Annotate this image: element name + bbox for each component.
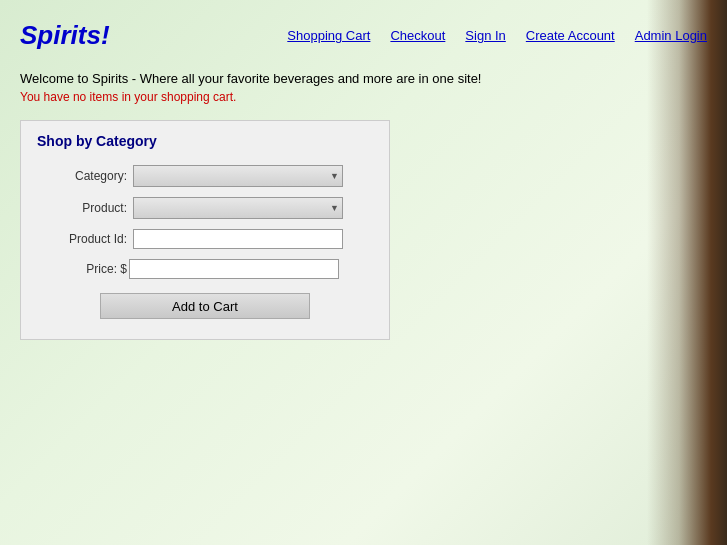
shopping-cart-link[interactable]: Shopping Cart — [287, 28, 370, 43]
admin-login-link[interactable]: Admin Login — [635, 28, 707, 43]
category-row: Category: — [37, 165, 373, 187]
nav-bar: Shopping Cart Checkout Sign In Create Ac… — [287, 28, 707, 43]
cart-status: You have no items in your shopping cart. — [20, 90, 707, 104]
price-label: Price: $ — [37, 262, 127, 276]
shop-by-category-box: Shop by Category Category: Product: Prod… — [20, 120, 390, 340]
price-input[interactable] — [129, 259, 339, 279]
checkout-link[interactable]: Checkout — [390, 28, 445, 43]
category-select[interactable] — [133, 165, 343, 187]
header: Spirits! Shopping Cart Checkout Sign In … — [20, 10, 707, 59]
product-id-label: Product Id: — [37, 232, 127, 246]
add-to-cart-button[interactable]: Add to Cart — [100, 293, 310, 319]
welcome-message: Welcome to Spirits - Where all your favo… — [20, 71, 707, 86]
product-id-row: Product Id: — [37, 229, 373, 249]
create-account-link[interactable]: Create Account — [526, 28, 615, 43]
product-label: Product: — [37, 201, 127, 215]
site-title: Spirits! — [20, 20, 110, 51]
product-select[interactable] — [133, 197, 343, 219]
price-row: Price: $ — [37, 259, 373, 279]
product-id-input[interactable] — [133, 229, 343, 249]
category-label: Category: — [37, 169, 127, 183]
shop-box-title: Shop by Category — [37, 133, 373, 149]
product-row: Product: — [37, 197, 373, 219]
category-select-wrapper[interactable] — [133, 165, 343, 187]
sign-in-link[interactable]: Sign In — [465, 28, 505, 43]
product-select-wrapper[interactable] — [133, 197, 343, 219]
